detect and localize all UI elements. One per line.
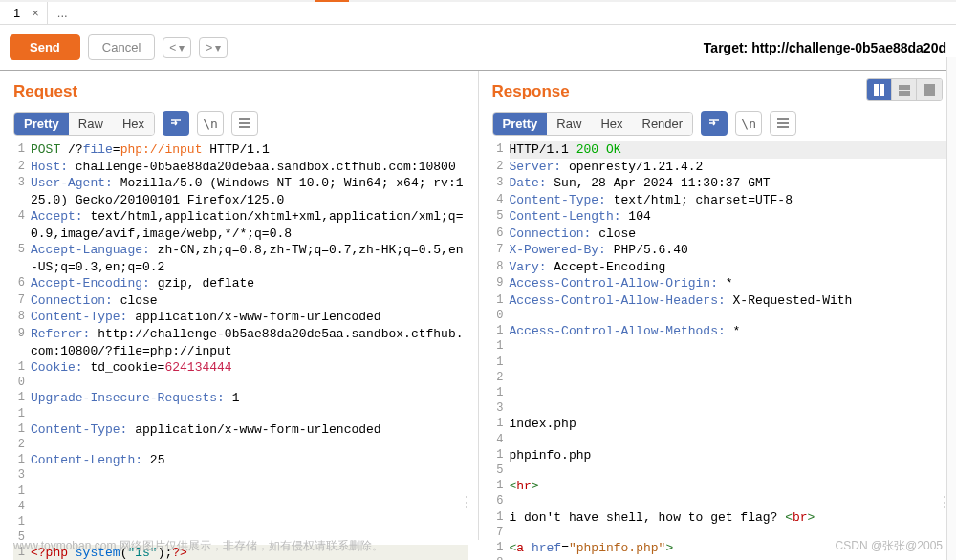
hamburger-icon[interactable] bbox=[231, 111, 258, 136]
view-tab-raw[interactable]: Raw bbox=[69, 113, 113, 135]
view-tab-render[interactable]: Render bbox=[633, 113, 693, 135]
code-line: 7X-Powered-By: PHP/5.6.40 bbox=[492, 242, 947, 259]
attribution: CSDN @张张@2005 bbox=[836, 538, 943, 554]
code-line: 14 bbox=[13, 484, 468, 514]
view-tab-hex[interactable]: Hex bbox=[591, 113, 632, 135]
newline-toggle[interactable] bbox=[701, 111, 728, 136]
view-tab-pretty[interactable]: Pretty bbox=[493, 113, 548, 135]
view-tab-pretty[interactable]: Pretty bbox=[14, 113, 69, 135]
layout-toggles bbox=[866, 78, 943, 101]
nav-back-group[interactable]: < ▾ bbox=[163, 37, 191, 58]
layout-rows[interactable] bbox=[892, 79, 917, 100]
newline-toggle[interactable] bbox=[163, 111, 189, 136]
response-view-tabs: PrettyRawHexRender bbox=[492, 112, 694, 136]
code-line: 5Content-Length: 104 bbox=[492, 208, 947, 226]
watermark: www.toymoban.com 网络图片仅供展示，非存储，如有侵权请联系删除。 bbox=[13, 538, 383, 554]
action-bar: Send Cancel < ▾ > ▾ Target: http://chall… bbox=[0, 25, 956, 71]
request-view-tabs: PrettyRawHex bbox=[13, 112, 155, 136]
caret-down-icon: ▾ bbox=[179, 41, 185, 54]
request-title: Request bbox=[13, 82, 77, 101]
code-line: 4Content-Type: text/html; charset=UTF-8 bbox=[492, 192, 947, 209]
tabs-bar: 1 × ... bbox=[0, 2, 956, 25]
code-line: 7Connection: close bbox=[13, 292, 468, 310]
code-line: 5Accept-Language: zh-CN,zh;q=0.8,zh-TW;q… bbox=[13, 242, 468, 275]
code-line: 12Content-Type: application/x-www-form-u… bbox=[13, 421, 468, 452]
response-code[interactable]: 1HTTP/1.1 200 OK2Server: openresty/1.21.… bbox=[492, 141, 947, 560]
tab-overflow[interactable]: ... bbox=[48, 6, 77, 20]
send-button[interactable]: Send bbox=[10, 34, 80, 60]
cancel-button[interactable]: Cancel bbox=[88, 34, 155, 60]
tab-number: 1 bbox=[8, 6, 26, 20]
code-line: 15phpinfo.php bbox=[492, 447, 947, 478]
chevron-left-icon: < bbox=[169, 41, 176, 54]
tab-1[interactable]: 1 × bbox=[0, 2, 48, 24]
response-title: Response bbox=[492, 82, 570, 101]
code-line: 1POST /?file=php://input HTTP/1.1 bbox=[13, 141, 468, 159]
caret-down-icon: ▾ bbox=[215, 41, 221, 54]
code-line: 3Date: Sun, 28 Apr 2024 11:30:37 GMT bbox=[492, 175, 947, 192]
code-line: 12 bbox=[492, 355, 947, 385]
code-line: 17i don't have shell, how to get flag? <… bbox=[492, 509, 947, 540]
code-line: 13Content-Length: 25 bbox=[13, 452, 468, 483]
code-line: 2Server: openresty/1.21.4.2 bbox=[492, 159, 947, 176]
code-line: 11Upgrade-Insecure-Requests: 1 bbox=[13, 390, 468, 420]
code-line: 6Accept-Encoding: gzip, deflate bbox=[13, 275, 468, 292]
view-tab-hex[interactable]: Hex bbox=[113, 113, 154, 135]
code-line: 10Access-Control-Allow-Headers: X-Reques… bbox=[492, 292, 947, 323]
code-line: 9Referer: http://challenge-0b5ae88da20de… bbox=[13, 326, 468, 359]
code-line: 6Connection: close bbox=[492, 226, 947, 243]
nav-forward-group[interactable]: > ▾ bbox=[199, 37, 228, 58]
chevron-right-icon: > bbox=[206, 41, 212, 54]
request-code[interactable]: 1POST /?file=php://input HTTP/1.12Host: … bbox=[13, 141, 468, 560]
n-toggle[interactable]: \n bbox=[735, 111, 762, 136]
code-line: 10Cookie: td_cookie=624134444 bbox=[13, 359, 468, 390]
response-panel: Response PrettyRawHexRender \n 1HTTP/1.1… bbox=[479, 71, 957, 540]
code-line: 2Host: challenge-0b5ae88da20de5aa.sandbo… bbox=[13, 159, 468, 176]
layout-columns[interactable] bbox=[867, 79, 892, 100]
layout-single[interactable] bbox=[917, 79, 942, 100]
code-line: 8Vary: Accept-Encoding bbox=[492, 259, 947, 276]
code-line: 13 bbox=[492, 385, 947, 416]
drag-handle-icon[interactable]: ⋮ bbox=[459, 493, 474, 511]
code-line: 14index.php bbox=[492, 416, 947, 446]
right-sidebar bbox=[946, 57, 956, 560]
request-panel: Request PrettyRawHex \n 1POST /?file=php… bbox=[0, 71, 479, 540]
code-line: 3User-Agent: Mozilla/5.0 (Windows NT 10.… bbox=[13, 175, 468, 208]
code-line: 1HTTP/1.1 200 OK bbox=[492, 141, 947, 159]
code-line: 16<hr> bbox=[492, 478, 947, 508]
code-line: 4Accept: text/html,application/xhtml+xml… bbox=[13, 208, 468, 242]
code-line: 11Access-Control-Allow-Methods: * bbox=[492, 323, 947, 354]
code-line: 8Content-Type: application/x-www-form-ur… bbox=[13, 309, 468, 326]
target-label: Target: http://challenge-0b5ae88da20d bbox=[704, 40, 946, 55]
close-icon[interactable]: × bbox=[32, 6, 39, 20]
view-tab-raw[interactable]: Raw bbox=[547, 113, 591, 135]
hamburger-icon[interactable] bbox=[770, 111, 796, 136]
code-line: 9Access-Control-Allow-Origin: * bbox=[492, 275, 947, 292]
n-toggle[interactable]: \n bbox=[197, 111, 224, 136]
